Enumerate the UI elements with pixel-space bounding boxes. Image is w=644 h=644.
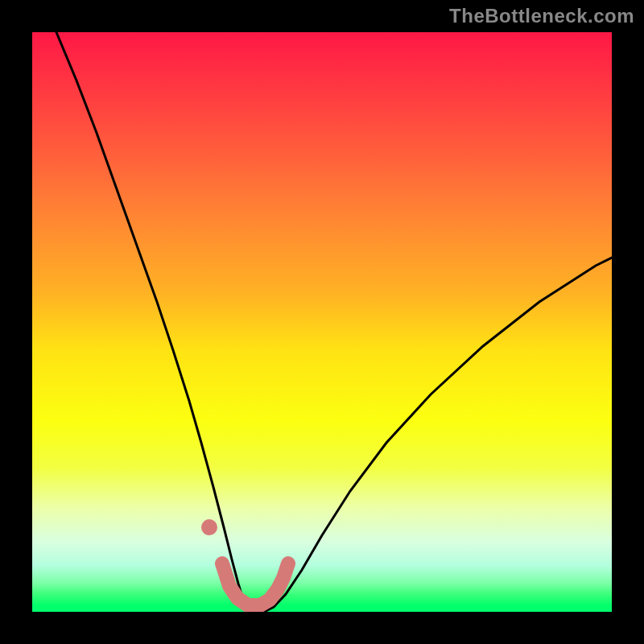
curve-svg bbox=[32, 32, 612, 612]
watermark-text: TheBottleneck.com bbox=[449, 5, 634, 27]
bottleneck-curve bbox=[56, 32, 612, 612]
chart-canvas: TheBottleneck.com bbox=[0, 0, 644, 644]
highlight-arc bbox=[222, 564, 288, 605]
plot-area bbox=[32, 32, 612, 612]
highlight-dot bbox=[201, 519, 217, 535]
